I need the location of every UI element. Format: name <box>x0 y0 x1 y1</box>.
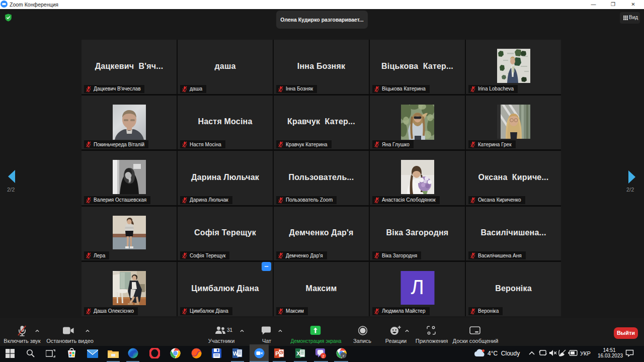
svg-text:2: 2 <box>322 354 325 358</box>
svg-text:r: r <box>343 353 344 358</box>
svg-text:W: W <box>233 350 238 356</box>
svg-text:P: P <box>275 350 279 356</box>
svg-text:X: X <box>296 350 300 356</box>
